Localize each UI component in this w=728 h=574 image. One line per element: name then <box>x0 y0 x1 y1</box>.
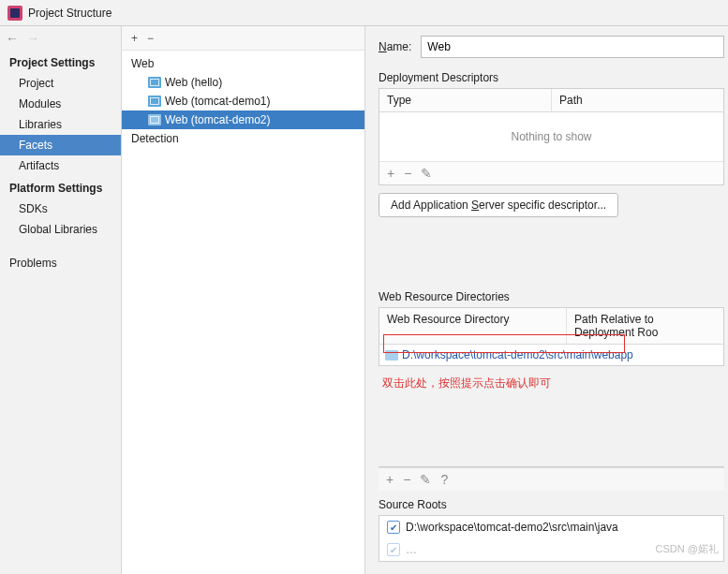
web-facet-icon <box>148 96 161 107</box>
add-icon[interactable]: + <box>386 472 394 487</box>
tree-toolbar: + − <box>122 26 364 51</box>
dd-empty-text: Nothing to show <box>379 112 723 161</box>
titlebar: Project Structure <box>0 0 728 26</box>
remove-icon[interactable]: − <box>403 472 410 487</box>
annotation-text: 双击此处，按照提示点击确认即可 <box>382 375 724 391</box>
deployment-descriptors-table: Type Path Nothing to show + − ✎ <box>379 88 724 185</box>
dd-col-type: Type <box>379 89 552 112</box>
name-label: Name: <box>379 40 411 53</box>
name-field[interactable] <box>421 36 724 58</box>
web-resource-dirs-title: Web Resource Directories <box>379 290 724 303</box>
deployment-descriptors-title: Deployment Descriptors <box>379 71 724 84</box>
dd-toolbar: + − ✎ <box>379 161 723 184</box>
web-resource-dirs-table: Web Resource Directory Path Relative to … <box>379 307 724 366</box>
project-settings-title: Project Settings <box>0 51 121 73</box>
annotation-box <box>383 334 625 353</box>
sidebar-item-global-libraries[interactable]: Global Libraries <box>0 219 121 240</box>
sidebar-item-modules[interactable]: Modules <box>0 94 121 114</box>
sidebar-item-facets[interactable]: Facets <box>0 135 121 155</box>
app-icon <box>7 6 22 21</box>
window-title: Project Structure <box>28 7 111 20</box>
wr-toolbar-table: + − ✎ ? <box>379 466 724 491</box>
tree-item-web-tomcat1[interactable]: Web (tomcat-demo1) <box>122 92 364 110</box>
sidebar-item-problems[interactable]: Problems <box>0 253 121 273</box>
forward-icon[interactable]: → <box>26 31 39 46</box>
sidebar: ← → Project Settings Project Modules Lib… <box>0 26 122 574</box>
tree-item-web-tomcat2[interactable]: Web (tomcat-demo2) <box>122 110 364 129</box>
tree-node-detection[interactable]: Detection <box>122 129 364 148</box>
sidebar-item-artifacts[interactable]: Artifacts <box>0 155 121 176</box>
checkbox-icon[interactable]: ✔ <box>387 543 400 556</box>
sidebar-item-project[interactable]: Project <box>0 73 121 94</box>
tree-node-web[interactable]: Web <box>122 54 364 73</box>
help-icon[interactable]: ? <box>440 472 448 487</box>
facets-tree-panel: + − Web Web (hello) Web (tomcat-demo1) W… <box>122 26 365 574</box>
source-roots-title: Source Roots <box>379 498 724 511</box>
remove-icon[interactable]: − <box>404 166 411 181</box>
add-icon[interactable]: + <box>131 32 138 45</box>
source-root-path: D:\workspace\tomcat-demo2\src\main\java <box>406 521 618 534</box>
web-facet-icon <box>148 77 161 88</box>
back-icon[interactable]: ← <box>6 31 19 46</box>
sidebar-item-libraries[interactable]: Libraries <box>0 114 121 135</box>
add-icon[interactable]: + <box>387 166 394 181</box>
platform-settings-title: Platform Settings <box>0 176 121 199</box>
edit-icon[interactable]: ✎ <box>421 166 432 181</box>
svg-rect-1 <box>10 8 20 18</box>
sidebar-item-sdks[interactable]: SDKs <box>0 199 121 219</box>
watermark: CSDN @婼礼 <box>656 542 719 556</box>
tree-item-web-hello[interactable]: Web (hello) <box>122 73 364 92</box>
add-app-server-descriptor-button[interactable]: Add Application Server specific descript… <box>379 193 618 217</box>
edit-icon[interactable]: ✎ <box>420 472 431 487</box>
web-facet-icon <box>148 114 161 125</box>
nav-arrows: ← → <box>0 26 121 51</box>
checkbox-icon[interactable]: ✔ <box>387 521 400 534</box>
dd-col-path: Path <box>552 89 723 112</box>
main-panel: Name: Deployment Descriptors Type Path N… <box>365 26 728 574</box>
remove-icon[interactable]: − <box>147 32 154 45</box>
source-root-row[interactable]: ✔ D:\workspace\tomcat-demo2\src\main\jav… <box>379 516 723 538</box>
